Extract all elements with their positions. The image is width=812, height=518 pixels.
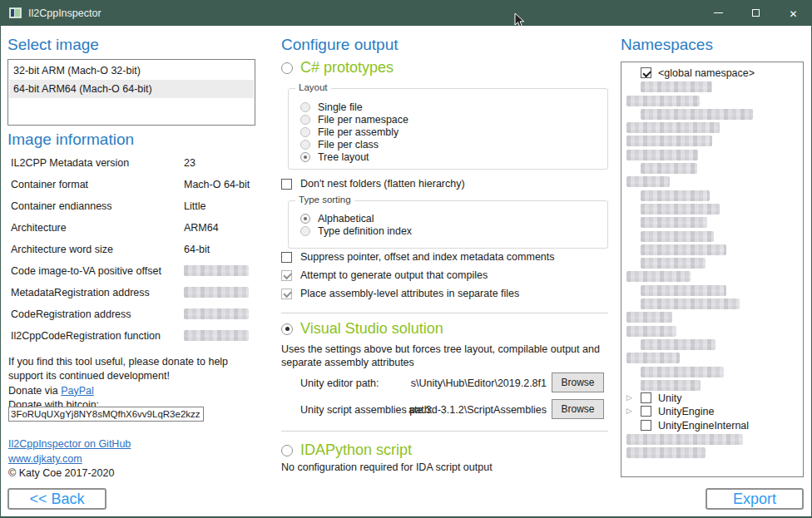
maximize-button[interactable] (737, 0, 775, 26)
back-button[interactable]: << Back (7, 488, 106, 510)
checkbox-row[interactable]: Place assembly-level attributes in separ… (281, 284, 555, 303)
redacted-namespace (626, 312, 672, 323)
radio-option[interactable]: Tree layout (289, 150, 607, 163)
type-sorting-group-label: Type sorting (295, 195, 354, 205)
website-link[interactable]: www.djkaty.com (8, 453, 82, 465)
namespace-item[interactable] (621, 256, 803, 269)
redacted-namespace (641, 81, 712, 92)
titlebar[interactable]: Il2CppInspector (0, 0, 812, 26)
namespace-item[interactable] (621, 134, 803, 147)
namespace-item[interactable] (621, 202, 803, 215)
namespace-item[interactable] (621, 297, 803, 310)
redacted-namespace (641, 204, 720, 215)
radio-option-label: File per class (318, 139, 379, 150)
idapython-radio[interactable]: IDAPython script (281, 442, 412, 459)
flatten-checkbox-row[interactable]: Don't nest folders (flatten hierarchy) (281, 177, 465, 190)
namespace-item[interactable] (621, 161, 803, 175)
namespace-item[interactable] (621, 378, 803, 392)
layout-options: Single fileFile per namespaceFile per as… (289, 89, 607, 163)
namespace-checkbox[interactable] (641, 67, 651, 78)
csharp-prototypes-radio[interactable]: C# prototypes (281, 59, 394, 76)
redacted-namespace (641, 231, 714, 242)
namespace-item[interactable] (621, 80, 803, 93)
minimize-button[interactable] (700, 0, 737, 26)
radio-icon (281, 62, 293, 74)
expander-icon[interactable]: ▷ (626, 393, 632, 402)
info-row: Architecture word size64-bit (11, 240, 254, 262)
namespace-item[interactable] (621, 351, 803, 364)
namespace-item[interactable]: ▷Unity (621, 392, 803, 405)
namespace-item[interactable] (621, 310, 803, 323)
app-icon (9, 7, 22, 18)
checkbox-row[interactable]: Suppress pointer, offset and index metad… (281, 248, 555, 266)
namespace-item[interactable] (621, 148, 803, 161)
info-label: Il2CppCodeRegistration function (11, 330, 161, 342)
namespace-item[interactable]: ▷UnityEngine (621, 405, 803, 418)
redacted-namespace (626, 447, 706, 458)
info-label: IL2CPP Metadata version (11, 157, 129, 169)
github-link[interactable]: Il2CppInspector on GitHub (8, 438, 131, 450)
info-row: Il2CppCodeRegistration function (11, 327, 254, 348)
info-value: 64-bit (184, 244, 210, 255)
export-button[interactable]: Export (706, 488, 804, 510)
radio-option[interactable]: File per class (289, 138, 607, 150)
radio-option-label: Tree layout (318, 151, 369, 163)
namespace-item[interactable] (621, 229, 803, 243)
redacted-namespace (626, 434, 743, 445)
redacted-namespace (641, 190, 710, 201)
namespace-item[interactable]: <global namespace> (621, 67, 803, 80)
info-row: Container endiannessLittle (11, 197, 254, 219)
radio-option[interactable]: File per namespace (289, 113, 607, 126)
namespace-item[interactable] (621, 175, 803, 188)
radio-option[interactable]: Type definition index (289, 224, 607, 237)
namespaces-title: Namespaces (621, 36, 713, 54)
radio-icon (300, 226, 310, 236)
browse-editor-button[interactable]: Browse (552, 372, 604, 392)
output-checkboxes: Suppress pointer, offset and index metad… (281, 248, 555, 303)
browse-assemblies-button[interactable]: Browse (552, 399, 604, 419)
namespace-checkbox[interactable] (641, 420, 651, 431)
namespace-item[interactable] (621, 94, 803, 107)
radio-option[interactable]: File per assembly (289, 126, 607, 138)
copyright-text: © Katy Coe 2017-2020 (8, 467, 114, 479)
radio-option[interactable]: Alphabetical (289, 212, 607, 224)
namespace-item[interactable] (621, 338, 803, 351)
namespace-checkbox[interactable] (641, 406, 651, 417)
expander-icon[interactable]: ▷ (626, 407, 632, 415)
namespace-checkbox[interactable] (641, 392, 651, 403)
namespace-item[interactable] (621, 446, 803, 459)
redacted-namespace (641, 298, 740, 309)
redacted-value (184, 308, 249, 319)
checkbox-row[interactable]: Attempt to generate output that compiles (281, 266, 555, 284)
namespace-item[interactable] (621, 107, 803, 121)
checkbox-icon (281, 270, 292, 281)
namespaces-list[interactable]: <global namespace>▷Unity▷UnityEngineUnit… (621, 62, 804, 477)
namespace-item[interactable] (621, 324, 803, 338)
info-row: Code image-to-VA positive offset (11, 262, 254, 284)
image-list-item[interactable]: 32-bit ARM (Mach-O 32-bit) (9, 62, 254, 80)
visual-studio-radio[interactable]: Visual Studio solution (281, 320, 443, 338)
namespace-item[interactable] (621, 215, 803, 229)
donate-paypal-line: Donate via PayPal (8, 384, 258, 398)
namespace-item[interactable] (621, 189, 803, 202)
namespace-item[interactable] (621, 365, 803, 378)
app-window: Il2CppInspector Select image 32-bit ARM … (0, 0, 812, 518)
namespace-item[interactable] (621, 269, 803, 283)
redacted-namespace (626, 136, 712, 146)
namespace-item[interactable] (621, 284, 803, 297)
paypal-link[interactable]: PayPal (61, 385, 94, 397)
close-button[interactable] (775, 0, 812, 26)
namespace-item[interactable] (621, 121, 803, 134)
visual-studio-description: Uses the settings above but forces tree … (281, 343, 614, 369)
csharp-prototypes-label: C# prototypes (300, 59, 394, 76)
image-list[interactable]: 32-bit ARM (Mach-O 32-bit)64-bit ARM64 (… (7, 59, 255, 126)
radio-option[interactable]: Single file (289, 101, 607, 113)
namespace-item[interactable] (621, 432, 803, 446)
radio-icon (281, 323, 293, 335)
bitcoin-address-input[interactable] (8, 407, 204, 422)
namespace-item[interactable] (621, 243, 803, 256)
namespace-item[interactable]: UnityEngineInternal (621, 419, 803, 432)
image-list-item[interactable]: 64-bit ARM64 (Mach-O 64-bit) (9, 80, 254, 98)
type-sorting-options: AlphabeticalType definition index (289, 201, 607, 237)
redacted-namespace (641, 217, 707, 228)
